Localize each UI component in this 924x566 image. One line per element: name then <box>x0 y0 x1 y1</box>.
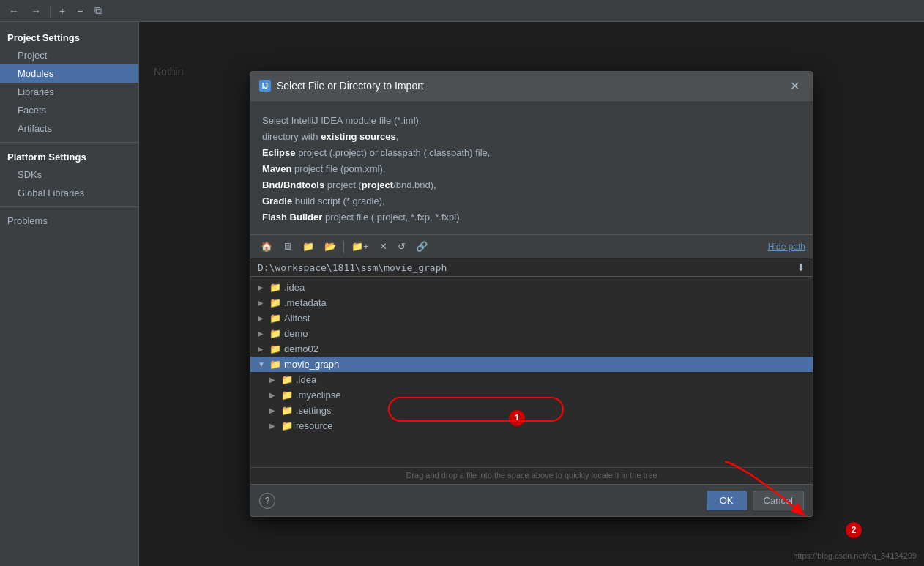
refresh-button[interactable]: ↺ <box>395 239 409 253</box>
sidebar-item-problems[interactable]: Problems <box>0 212 138 230</box>
folder-icon: 📁 <box>281 374 293 385</box>
help-button[interactable]: ? <box>259 493 275 509</box>
folder2-button[interactable]: 📂 <box>321 239 339 253</box>
folder-icon: 📁 <box>269 313 281 324</box>
tree-item-idea-child[interactable]: ▶ 📁 .idea <box>250 372 813 387</box>
tree-arrow: ▶ <box>269 422 278 430</box>
tree-item-demo02[interactable]: ▶ 📁 demo02 <box>250 341 813 357</box>
ok-button[interactable]: OK <box>707 491 747 510</box>
desktop-button[interactable]: 🖥 <box>280 239 295 253</box>
top-toolbar: ← → + − ⧉ <box>0 0 924 22</box>
tree-item-idea-partial[interactable]: ▶ 📁 .idea <box>250 280 813 295</box>
folder-icon: 📁 <box>269 359 281 370</box>
intellij-icon: IJ <box>259 80 271 92</box>
path-input[interactable] <box>258 262 794 273</box>
file-toolbar: 🏠 🖥 📁 📂 📁+ ✕ ↺ 🔗 Hide path <box>250 235 813 258</box>
annotation-number-1: 1 <box>509 410 525 426</box>
folder-icon: 📁 <box>269 343 281 354</box>
dialog-footer: ? OK Cancel <box>250 484 813 516</box>
toolbar-separator <box>50 5 51 17</box>
tree-item-name: .myeclipse <box>296 390 340 401</box>
desc-line-7: Flash Builder project file (.project, *.… <box>262 209 801 226</box>
path-row: ⬇ <box>250 258 813 277</box>
tree-item-name: demo02 <box>284 343 318 354</box>
back-button[interactable]: ← <box>6 4 22 18</box>
tree-item-resource[interactable]: ▶ 📁 resource <box>250 418 813 433</box>
folder-icon: 📁 <box>281 405 293 416</box>
tree-arrow: ▶ <box>258 329 267 338</box>
sidebar-item-artifacts[interactable]: Artifacts <box>0 119 138 138</box>
platform-settings-heading: Platform Settings <box>0 147 138 165</box>
tree-item-name: .metadata <box>284 297 327 308</box>
sidebar-item-global-libraries[interactable]: Global Libraries <box>0 184 138 202</box>
folder-button[interactable]: 📁 <box>299 239 317 253</box>
dialog-title-content: IJ Select File or Directory to Import <box>259 80 424 92</box>
folder-icon: 📁 <box>269 328 281 339</box>
sidebar-item-facets[interactable]: Facets <box>0 101 138 119</box>
tree-item-name: .idea <box>284 282 305 293</box>
tree-arrow: ▶ <box>258 283 267 291</box>
path-expand-button[interactable]: ⬇ <box>797 261 805 273</box>
tree-arrow: ▶ <box>258 345 267 353</box>
tree-arrow: ▶ <box>269 406 278 414</box>
home-button[interactable]: 🏠 <box>258 239 275 253</box>
content-area: Nothin IJ Select File or Directory to Im… <box>139 22 924 566</box>
tree-item-name: resource <box>296 420 333 431</box>
sidebar-divider-2 <box>0 206 138 207</box>
tree-item-alltest[interactable]: ▶ 📁 Alltest <box>250 310 813 326</box>
desc-line-5: Bnd/Bndtools project (project/bnd.bnd), <box>262 177 801 193</box>
folder-icon: 📁 <box>281 390 293 401</box>
tree-arrow: ▶ <box>258 314 267 322</box>
sidebar-item-libraries[interactable]: Libraries <box>0 83 138 101</box>
desc-line-3: Eclipse project (.project) or classpath … <box>262 145 801 161</box>
dialog-close-button[interactable]: ✕ <box>786 78 804 94</box>
import-dialog: IJ Select File or Directory to Import ✕ … <box>250 71 813 518</box>
file-tree[interactable]: ▶ 📁 .idea ▶ 📁 .metadata ▶ 📁 Alltest <box>250 277 813 467</box>
project-settings-heading: Project Settings <box>0 28 138 46</box>
desc-line-4: Maven project file (pom.xml), <box>262 161 801 177</box>
tree-item-name: movie_graph <box>284 359 339 370</box>
tree-item-movie-graph[interactable]: ▼ 📁 movie_graph <box>250 357 813 372</box>
link-button[interactable]: 🔗 <box>413 239 431 253</box>
main-layout: Project Settings Project Modules Librari… <box>0 22 924 566</box>
dialog-overlay: IJ Select File or Directory to Import ✕ … <box>139 22 924 566</box>
tree-item-myeclipse[interactable]: ▶ 📁 .myeclipse <box>250 387 813 403</box>
desc-line-1: Select IntelliJ IDEA module file (*.iml)… <box>262 113 801 129</box>
sidebar-item-sdks[interactable]: SDKs <box>0 165 138 184</box>
desc-line-6: Gradle build script (*.gradle), <box>262 193 801 209</box>
add-button[interactable]: + <box>56 4 68 18</box>
cancel-button[interactable]: Cancel <box>753 491 804 510</box>
drag-hint: Drag and drop a file into the space abov… <box>250 467 813 484</box>
desc-line-2: directory with existing sources, <box>262 129 801 145</box>
footer-buttons: OK Cancel <box>707 491 804 510</box>
tree-item-demo[interactable]: ▶ 📁 demo <box>250 326 813 341</box>
tree-item-name: demo <box>284 328 308 339</box>
annotation-number-2: 2 <box>846 522 862 538</box>
forward-button[interactable]: → <box>28 4 44 18</box>
folder-icon: 📁 <box>269 282 281 293</box>
tree-arrow-expanded: ▼ <box>258 360 267 368</box>
folder-icon: 📁 <box>269 297 281 308</box>
delete-button[interactable]: ✕ <box>376 239 390 253</box>
sidebar-divider <box>0 142 138 143</box>
sidebar: Project Settings Project Modules Librari… <box>0 22 139 566</box>
dialog-titlebar: IJ Select File or Directory to Import ✕ <box>250 72 813 101</box>
dialog-title: Select File or Directory to Import <box>277 80 424 92</box>
minimize-button[interactable]: − <box>74 4 86 18</box>
tree-item-name: .idea <box>296 374 316 385</box>
tree-item-metadata[interactable]: ▶ 📁 .metadata <box>250 295 813 310</box>
restore-button[interactable]: ⧉ <box>92 3 105 18</box>
sidebar-item-modules[interactable]: Modules <box>0 64 138 83</box>
tree-item-settings[interactable]: ▶ 📁 .settings <box>250 403 813 418</box>
hide-path-link[interactable]: Hide path <box>768 242 805 252</box>
toolbar-sep <box>343 241 344 253</box>
folder-icon: 📁 <box>281 420 293 431</box>
dialog-description: Select IntelliJ IDEA module file (*.iml)… <box>250 101 813 236</box>
tree-item-name: .settings <box>296 405 331 416</box>
tree-arrow: ▶ <box>269 376 278 384</box>
tree-item-name: Alltest <box>284 313 310 324</box>
tree-arrow: ▶ <box>269 391 278 399</box>
tree-arrow: ▶ <box>258 299 267 307</box>
sidebar-item-project[interactable]: Project <box>0 46 138 64</box>
new-folder-button[interactable]: 📁+ <box>349 239 372 253</box>
